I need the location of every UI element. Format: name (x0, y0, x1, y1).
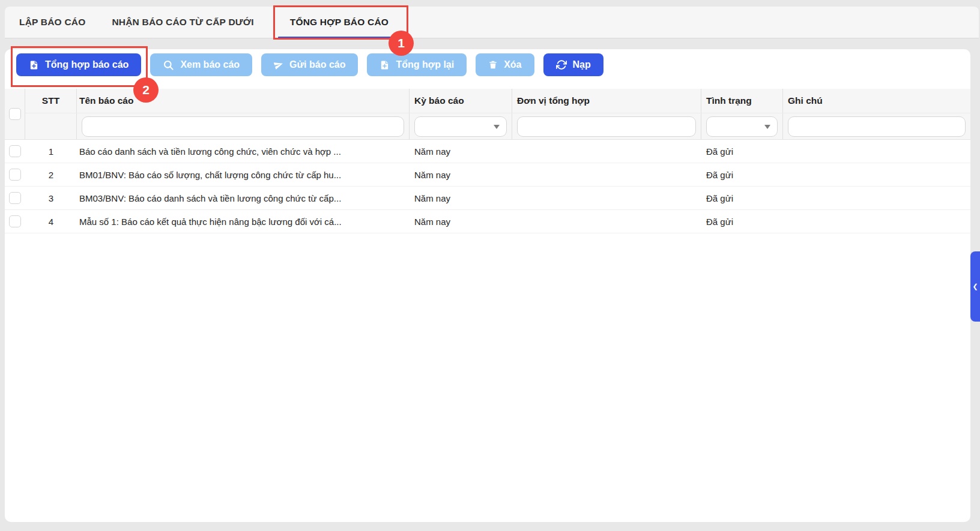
column-header-stt: STT (25, 89, 77, 113)
cell-status: Đã gửi (701, 146, 783, 157)
main-panel: Tổng hợp báo cáo Xem báo cáo Gửi báo cáo… (5, 49, 970, 522)
tab-nhan-bao-cao-tu-cap-duoi[interactable]: NHẬN BÁO CÁO TỪ CẤP DƯỚI (98, 7, 267, 38)
filter-cell-name (77, 113, 410, 139)
filter-cell-unit (512, 113, 701, 139)
trash-icon (488, 60, 498, 70)
filter-cell-stt (25, 113, 77, 139)
column-header-unit: Đơn vị tổng hợp (512, 89, 701, 113)
filter-cell-status (701, 113, 783, 139)
row-checkbox[interactable] (9, 169, 21, 181)
xoa-button[interactable]: Xóa (476, 53, 534, 76)
cell-stt: 2 (25, 170, 77, 180)
cell-status: Đã gửi (701, 217, 783, 227)
gui-bao-cao-button[interactable]: Gửi báo cáo (261, 53, 358, 76)
cell-name: Báo cáo danh sách và tiền lương công chứ… (77, 146, 410, 157)
table-row[interactable]: 2 BM01/BNV: Báo cáo số lượng, chất lượng… (5, 163, 970, 187)
name-filter-input[interactable] (82, 116, 404, 137)
cell-status: Đã gửi (701, 193, 783, 203)
side-panel-collapse-handle[interactable]: ❮ (970, 251, 980, 322)
table-row[interactable]: 3 BM03/BNV: Báo cáo danh sách và tiền lư… (5, 187, 970, 210)
filter-cell-note (783, 113, 970, 139)
tab-bar: LẬP BÁO CÁO NHẬN BÁO CÁO TỪ CẤP DƯỚI TỔN… (5, 7, 979, 38)
sync-icon (556, 59, 567, 70)
report-table: STT Tên báo cáo Kỳ báo cáo Đơn vị tổng h… (5, 89, 970, 233)
unit-filter-input[interactable] (517, 116, 696, 137)
cell-period: Năm nay (410, 146, 512, 157)
file-plus-icon (380, 60, 390, 70)
filter-cell-period (410, 113, 512, 139)
filter-row (25, 113, 970, 139)
button-label: Nạp (573, 59, 591, 70)
tong-hop-bao-cao-button[interactable]: Tổng hợp báo cáo (16, 53, 141, 76)
send-icon (274, 60, 283, 70)
cell-period: Năm nay (410, 170, 512, 180)
table-header: STT Tên báo cáo Kỳ báo cáo Đơn vị tổng h… (5, 89, 970, 140)
cell-name: Mẫu số 1: Báo cáo kết quả thực hiện nâng… (77, 217, 410, 227)
button-label: Xem báo cáo (180, 59, 240, 70)
cell-name: BM01/BNV: Báo cáo số lượng, chất lượng c… (77, 170, 410, 180)
xem-bao-cao-button[interactable]: Xem báo cáo (150, 53, 252, 76)
select-all-checkbox[interactable] (9, 108, 21, 120)
cell-stt: 4 (25, 217, 77, 227)
cell-status: Đã gửi (701, 170, 783, 180)
button-label: Xóa (504, 59, 521, 70)
cell-period: Năm nay (410, 217, 512, 227)
button-label: Gửi báo cáo (289, 59, 345, 70)
select-all-cell (5, 89, 25, 139)
button-label: Tổng hợp lại (396, 59, 454, 70)
cell-stt: 3 (25, 193, 77, 203)
file-plus-icon (29, 60, 39, 70)
nap-button[interactable]: Nạp (543, 53, 603, 76)
cell-name: BM03/BNV: Báo cáo danh sách và tiền lươn… (77, 193, 410, 203)
button-label: Tổng hợp báo cáo (45, 59, 129, 70)
row-checkbox[interactable] (9, 192, 21, 204)
search-icon (163, 59, 174, 71)
toolbar: Tổng hợp báo cáo Xem báo cáo Gửi báo cáo… (5, 49, 970, 76)
column-titles-row: STT Tên báo cáo Kỳ báo cáo Đơn vị tổng h… (25, 89, 970, 113)
cell-period: Năm nay (410, 193, 512, 203)
note-filter-input[interactable] (788, 116, 966, 137)
tab-lap-bao-cao[interactable]: LẬP BÁO CÁO (6, 7, 98, 38)
cell-stt: 1 (25, 146, 77, 157)
column-header-note: Ghi chú (783, 89, 970, 113)
period-filter-dropdown[interactable] (414, 116, 507, 137)
row-checkbox[interactable] (9, 215, 21, 227)
row-checkbox[interactable] (9, 145, 21, 157)
table-row[interactable]: 4 Mẫu số 1: Báo cáo kết quả thực hiện nâ… (5, 210, 970, 233)
tab-tong-hop-bao-cao[interactable]: TỔNG HỢP BÁO CÁO (277, 7, 402, 38)
column-header-period: Kỳ báo cáo (410, 89, 512, 113)
chevron-left-icon: ❮ (972, 283, 978, 290)
status-filter-dropdown[interactable] (706, 116, 778, 137)
column-header-name: Tên báo cáo (77, 89, 410, 113)
column-header-status: Tình trạng (701, 89, 783, 113)
table-row[interactable]: 1 Báo cáo danh sách và tiền lương công c… (5, 140, 970, 163)
tong-hop-lai-button[interactable]: Tổng hợp lại (367, 53, 467, 76)
